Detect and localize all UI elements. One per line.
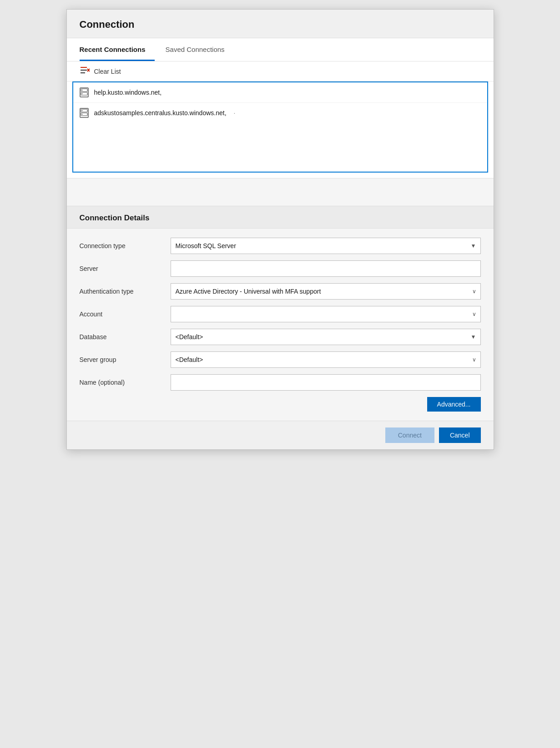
name-row: Name (optional) xyxy=(80,374,481,391)
connection-secondary-2: · xyxy=(234,109,236,117)
dialog-footer: Connect Cancel xyxy=(67,421,494,449)
database-wrapper: <Default> ▼ xyxy=(171,329,481,345)
database-select[interactable]: <Default> xyxy=(171,329,481,345)
tab-saved-connections[interactable]: Saved Connections xyxy=(166,38,234,61)
account-label: Account xyxy=(80,310,171,318)
server-input[interactable] xyxy=(171,260,481,277)
connections-list: help.kusto.windows.net, adskustosamples.… xyxy=(72,81,488,173)
auth-type-row: Authentication type Azure Active Directo… xyxy=(80,283,481,300)
server-group-wrapper: <Default> ∨ xyxy=(171,351,481,368)
spacer xyxy=(67,178,494,206)
connect-button[interactable]: Connect xyxy=(385,427,434,443)
auth-type-wrapper: Azure Active Directory - Universal with … xyxy=(171,283,481,300)
tabs-container: Recent Connections Saved Connections xyxy=(80,38,481,61)
connection-dialog: Connection Recent Connections Saved Conn… xyxy=(66,9,494,450)
connection-type-label: Connection type xyxy=(80,242,171,249)
server-group-select[interactable]: <Default> xyxy=(171,351,481,368)
svg-point-9 xyxy=(81,93,82,94)
server-icon xyxy=(80,107,89,118)
advanced-row: Advanced... xyxy=(80,397,481,412)
clear-list-icon xyxy=(80,66,90,76)
account-select[interactable] xyxy=(171,306,481,322)
server-label: Server xyxy=(80,265,171,272)
name-input[interactable] xyxy=(171,374,481,391)
tab-saved-label: Saved Connections xyxy=(166,46,225,53)
database-row: Database <Default> ▼ xyxy=(80,329,481,345)
auth-type-label: Authentication type xyxy=(80,288,171,295)
connection-type-select[interactable]: Microsoft SQL Server PostgreSQL MySQL SQ… xyxy=(171,238,481,254)
account-wrapper: ∨ xyxy=(171,306,481,322)
svg-point-14 xyxy=(81,114,82,115)
server-group-row: Server group <Default> ∨ xyxy=(80,351,481,368)
section-header: Connection Details xyxy=(67,206,494,229)
tabs-section: Recent Connections Saved Connections xyxy=(67,38,494,61)
clear-list-bar[interactable]: Clear List xyxy=(67,61,494,81)
form-area: Connection type Microsoft SQL Server Pos… xyxy=(67,229,494,421)
name-label: Name (optional) xyxy=(80,379,171,386)
advanced-button[interactable]: Advanced... xyxy=(427,397,481,412)
auth-type-select[interactable]: Azure Active Directory - Universal with … xyxy=(171,283,481,300)
server-icon xyxy=(80,87,89,98)
tab-recent-label: Recent Connections xyxy=(80,46,146,53)
tab-recent-connections[interactable]: Recent Connections xyxy=(80,38,155,61)
dialog-title: Connection xyxy=(67,10,494,38)
server-row: Server xyxy=(80,260,481,277)
connection-server-2: adskustosamples.centralus.kusto.windows.… xyxy=(94,109,227,117)
connection-type-row: Connection type Microsoft SQL Server Pos… xyxy=(80,238,481,254)
connection-type-wrapper: Microsoft SQL Server PostgreSQL MySQL SQ… xyxy=(171,238,481,254)
connection-details-section: Connection Details Connection type Micro… xyxy=(67,206,494,421)
server-group-label: Server group xyxy=(80,356,171,363)
connections-area: Clear List help.kusto.windows.net, xyxy=(67,61,494,178)
clear-list-label: Clear List xyxy=(94,68,121,75)
connection-item[interactable]: adskustosamples.centralus.kusto.windows.… xyxy=(73,103,487,123)
database-label: Database xyxy=(80,333,171,341)
connection-server-1: help.kusto.windows.net, xyxy=(94,89,162,96)
cancel-button[interactable]: Cancel xyxy=(439,427,481,443)
svg-point-8 xyxy=(81,90,82,91)
svg-point-13 xyxy=(81,110,82,111)
connection-item[interactable]: help.kusto.windows.net, xyxy=(73,82,487,103)
account-row: Account ∨ xyxy=(80,306,481,322)
